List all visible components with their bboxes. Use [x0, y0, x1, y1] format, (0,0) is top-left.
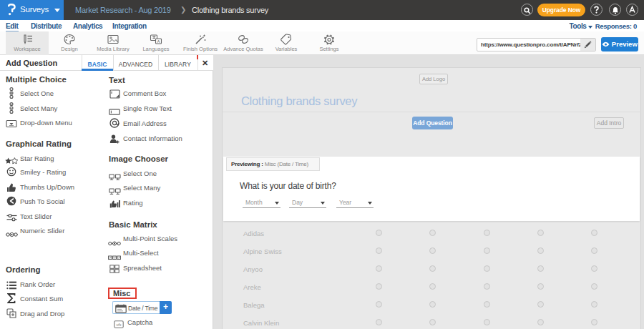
svg-text:A: A [157, 39, 160, 44]
svg-text:vfs: vfs [116, 323, 121, 327]
